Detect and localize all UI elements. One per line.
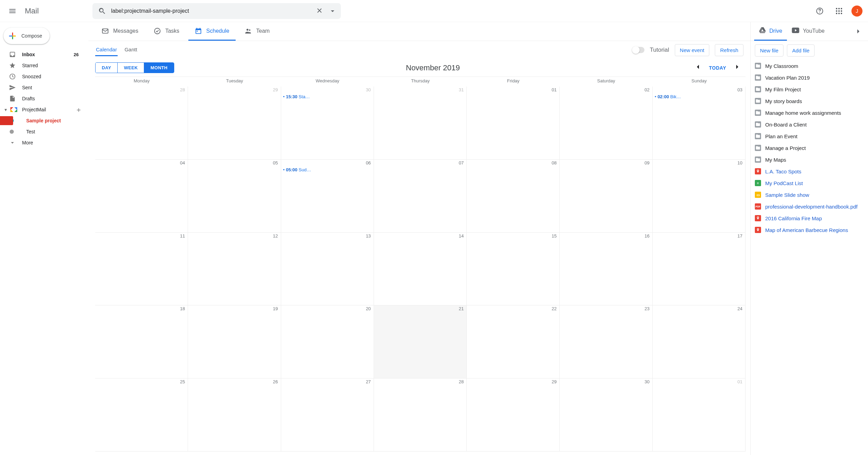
calendar-cell[interactable]: 28 [95, 87, 188, 160]
file-item[interactable]: On-Board a Client [755, 119, 864, 130]
main-menu-icon[interactable] [4, 3, 21, 19]
tab-team[interactable]: Team [238, 22, 276, 41]
file-item[interactable]: Manage a Project [755, 142, 864, 154]
calendar-cell[interactable]: 0302:00 Bik… [653, 87, 746, 160]
file-item[interactable]: PDFprofessional-development-handbook.pdf [755, 201, 864, 212]
search-icon[interactable] [95, 3, 110, 19]
file-item[interactable]: My Maps [755, 154, 864, 165]
rtab-drive[interactable]: Drive [754, 22, 787, 41]
file-name: 2016 California Fire Map [765, 215, 822, 221]
next-month-icon[interactable] [731, 63, 743, 73]
add-file-button[interactable]: Add file [787, 44, 815, 57]
file-item[interactable]: Vacation Plan 2019 [755, 72, 864, 83]
new-file-button[interactable]: New file [755, 44, 783, 57]
sidebar-item-starred[interactable]: Starred [0, 60, 86, 71]
sidebar-item-drafts[interactable]: Drafts [0, 93, 86, 104]
calendar-cell[interactable]: 01 [653, 378, 746, 452]
expand-projectmail-icon[interactable]: ▾ [1, 107, 10, 112]
view-day[interactable]: DAY [96, 63, 117, 73]
new-event-button[interactable]: New event [675, 44, 710, 56]
file-item[interactable]: Map of American Barbecue Regions [755, 224, 864, 236]
file-item[interactable]: L.A. Taco Spots [755, 165, 864, 177]
calendar-cell[interactable]: 24 [653, 305, 746, 378]
calendar-cell[interactable]: 29 [467, 378, 560, 452]
tab-messages[interactable]: Messages [95, 22, 145, 41]
search-input[interactable] [110, 8, 313, 14]
calendar-cell[interactable]: 22 [467, 305, 560, 378]
calendar-cell[interactable]: 3015:30 Sta… [281, 87, 374, 160]
calendar-cell[interactable]: 29 [188, 87, 281, 160]
clear-search-icon[interactable] [313, 4, 326, 18]
file-item[interactable]: Manage home work assignments [755, 107, 864, 119]
calendar-cell[interactable]: 07 [374, 160, 467, 233]
calendar-grid: MondayTuesdayWednesdayThursdayFridaySatu… [95, 77, 746, 452]
sidebar-item-snoozed[interactable]: Snoozed [0, 71, 86, 82]
apps-icon[interactable] [831, 3, 847, 19]
calendar-cell[interactable]: 21 [374, 305, 467, 378]
calendar-cell[interactable]: 11 [95, 233, 188, 306]
prev-month-icon[interactable] [692, 63, 704, 73]
sidebar-item-inbox[interactable]: Inbox26 [0, 49, 86, 60]
calendar-cell[interactable]: 15 [467, 233, 560, 306]
calendar-cell[interactable]: 17 [653, 233, 746, 306]
projectmail-logo-icon [10, 107, 17, 112]
tutorial-toggle[interactable] [633, 47, 644, 53]
sidebar-more[interactable]: More [0, 137, 86, 148]
sidebar-item-label: Inbox [22, 52, 35, 57]
calendar-cell[interactable]: 19 [188, 305, 281, 378]
file-item[interactable]: 2016 California Fire Map [755, 212, 864, 224]
calendar-cell[interactable]: 08 [467, 160, 560, 233]
calendar-cell[interactable]: 27 [281, 378, 374, 452]
file-item[interactable]: Plan an Event [755, 130, 864, 142]
calendar-cell[interactable]: 12 [188, 233, 281, 306]
view-month[interactable]: MONTH [144, 63, 174, 73]
calendar-cell[interactable]: 26 [188, 378, 281, 452]
today-button[interactable]: TODAY [709, 65, 726, 71]
calendar-cell[interactable]: 20 [281, 305, 374, 378]
account-avatar[interactable]: J [851, 6, 862, 17]
calendar-cell[interactable]: 04 [95, 160, 188, 233]
calendar-cell[interactable]: 31 [374, 87, 467, 160]
tab-tasks[interactable]: Tasks [147, 22, 186, 41]
projectmail-label[interactable]: ProjectMail [22, 107, 46, 112]
calendar-cell[interactable]: 13 [281, 233, 374, 306]
add-project-icon[interactable]: ＋ [75, 105, 82, 114]
calendar-event[interactable]: 02:00 Bik… [655, 94, 743, 99]
calendar-day-number: 07 [459, 160, 464, 165]
calendar-cell[interactable]: 10 [653, 160, 746, 233]
calendar-event[interactable]: 15:30 Sta… [283, 94, 372, 99]
calendar-cell[interactable]: 25 [95, 378, 188, 452]
calendar-cell[interactable]: 05 [188, 160, 281, 233]
calendar-cell[interactable]: 16 [560, 233, 652, 306]
calendar-cell[interactable]: 30 [560, 378, 652, 452]
file-item[interactable]: My story boards [755, 95, 864, 107]
calendar-cell[interactable]: 28 [374, 378, 467, 452]
compose-button[interactable]: Compose [3, 28, 50, 44]
search-options-icon[interactable] [326, 4, 339, 18]
file-item[interactable]: ≡My PodCast List [755, 177, 864, 189]
help-icon[interactable] [811, 3, 828, 19]
sidebar-item-label: Drafts [22, 96, 35, 101]
file-item[interactable]: My Classroom [755, 60, 864, 72]
more-panels-icon[interactable] [852, 25, 865, 38]
file-item[interactable]: My Film Project [755, 83, 864, 95]
rtab-youtube[interactable]: YouTube [787, 22, 829, 41]
calendar-day-number: 20 [366, 306, 371, 311]
calendar-cell[interactable]: 09 [560, 160, 652, 233]
calendar-event[interactable]: 05:00 Sud… [283, 167, 372, 172]
calendar-cell[interactable]: 02 [560, 87, 652, 160]
subtab-gantt[interactable]: Gantt [124, 44, 138, 56]
calendar-cell[interactable]: 01 [467, 87, 560, 160]
calendar-cell[interactable]: 14 [374, 233, 467, 306]
calendar-cell[interactable]: 0605:00 Sud… [281, 160, 374, 233]
refresh-button[interactable]: Refresh [715, 44, 743, 56]
file-name: Plan an Event [765, 133, 797, 139]
tab-schedule[interactable]: Schedule [188, 22, 236, 41]
view-week[interactable]: WEEK [117, 63, 144, 73]
calendar-cell[interactable]: 23 [560, 305, 652, 378]
project-item[interactable]: Test [0, 126, 86, 137]
calendar-cell[interactable]: 18 [95, 305, 188, 378]
subtab-calendar[interactable]: Calendar [95, 44, 118, 56]
sidebar-item-sent[interactable]: Sent [0, 82, 86, 93]
file-item[interactable]: ▭Sample Slide show [755, 189, 864, 201]
